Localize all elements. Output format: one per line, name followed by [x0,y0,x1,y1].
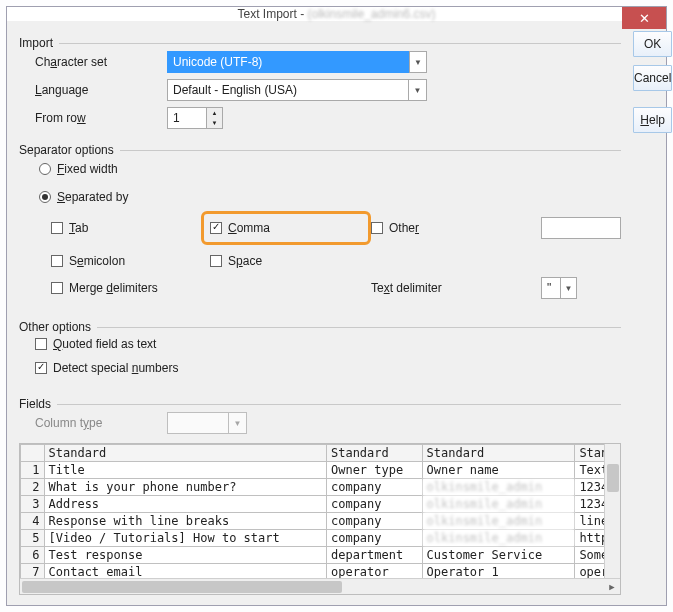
table-row[interactable]: 1TitleOwner typeOwner nameText [21,462,620,479]
table-cell: Customer Service [422,547,575,564]
spin-up-icon[interactable]: ▲ [207,108,222,118]
fieldset-separator: Separator options Fixed width Separated … [19,136,621,299]
checkbox-icon [51,222,63,234]
checkbox-icon [35,362,47,374]
table-cell: 1 [21,462,45,479]
check-merge[interactable]: Merge delimiters [51,278,371,298]
scroll-thumb[interactable] [607,464,619,492]
language-select[interactable]: Default - English (USA) ▼ [167,79,427,101]
col-header[interactable]: Standard [326,445,422,462]
highlight-comma: Comma [201,211,371,245]
table-cell: Response with line breaks [44,513,326,530]
table-cell: department [326,547,422,564]
preview-table: StandardStandardStandardStan1TitleOwner … [19,443,621,595]
legend-import: Import [19,36,59,50]
label-textdelim: Text delimiter [371,281,541,295]
chevron-down-icon: ▼ [228,413,246,433]
dialog-window: Text Import - (olkinsmile_admin6.csv) ✕ … [6,6,667,606]
charset-value: Unicode (UTF-8) [173,55,262,69]
check-semicolon[interactable]: Semicolon [51,251,201,271]
table-cell: Contact email [44,564,326,579]
scroll-thumb[interactable] [22,581,342,593]
data-table[interactable]: StandardStandardStandardStan1TitleOwner … [20,444,620,578]
table-row[interactable]: 2What is your phone number?companyolkins… [21,479,620,496]
table-cell: operator [326,564,422,579]
textdelim-select[interactable]: " ▼ [541,277,577,299]
radio-icon [39,163,51,175]
table-cell: Owner name [422,462,575,479]
ok-button[interactable]: OK [633,31,672,57]
table-cell: Test response [44,547,326,564]
fieldset-other: Other options Quoted field as text Detec… [19,313,621,380]
radio-icon [39,191,51,203]
checkbox-icon [35,338,47,350]
label-language: Language [35,83,167,97]
checkbox-icon [210,222,222,234]
spin-down-icon[interactable]: ▼ [207,118,222,128]
check-comma[interactable]: Comma [210,218,270,238]
check-tab[interactable]: Tab [51,218,201,238]
table-cell: olkinsmile_admin [422,513,575,530]
fromrow-value: 1 [173,111,180,125]
check-quoted[interactable]: Quoted field as text [35,334,156,354]
left-column: Import Character set Unicode (UTF-8) ▼ L… [19,29,621,599]
checkbox-icon [371,222,383,234]
charset-select[interactable]: Unicode (UTF-8) ▼ [167,51,427,73]
fieldset-import: Import Character set Unicode (UTF-8) ▼ L… [19,29,621,132]
dialog-body: Import Character set Unicode (UTF-8) ▼ L… [7,21,666,609]
table-cell: company [326,513,422,530]
close-button[interactable]: ✕ [622,7,666,29]
table-cell: company [326,479,422,496]
table-cell: olkinsmile_admin [422,479,575,496]
textdelim-value: " [547,281,551,295]
chevron-down-icon: ▼ [560,278,576,298]
col-header[interactable]: Standard [44,445,326,462]
table-cell: 6 [21,547,45,564]
table-cell: company [326,496,422,513]
check-detect[interactable]: Detect special numbers [35,358,178,378]
table-row[interactable]: 4Response with line breakscompanyolkinsm… [21,513,620,530]
checkbox-icon [210,255,222,267]
right-column: OK Cancel Help [633,29,672,599]
table-cell: Title [44,462,326,479]
table-row[interactable]: 3Addresscompanyolkinsmile_admin1234 [21,496,620,513]
table-cell: olkinsmile_admin [422,496,575,513]
col-header[interactable]: Standard [422,445,575,462]
table-row[interactable]: 7Contact emailoperatorOperator 1oper [21,564,620,579]
horizontal-scrollbar[interactable]: ◄ ► [20,578,620,594]
fromrow-spinner[interactable]: 1 ▲▼ [167,107,223,129]
legend-fields: Fields [19,397,57,411]
coltype-select[interactable]: ▼ [167,412,247,434]
help-button[interactable]: Help [633,107,672,133]
title-file: (olkinsmile_admin6.csv) [307,7,435,21]
table-cell: What is your phone number? [44,479,326,496]
checkbox-icon [51,282,63,294]
checkbox-icon [51,255,63,267]
table-cell: 4 [21,513,45,530]
chevron-down-icon: ▼ [408,80,426,100]
radio-fixed-width[interactable]: Fixed width [39,159,118,179]
scroll-right-icon[interactable]: ► [604,579,620,595]
table-cell: 7 [21,564,45,579]
col-header[interactable] [21,445,45,462]
table-cell: olkinsmile_admin [422,530,575,547]
table-row[interactable]: 5[Video / Tutorials] How to startcompany… [21,530,620,547]
check-space[interactable]: Space [201,251,371,271]
titlebar: Text Import - (olkinsmile_admin6.csv) ✕ [7,7,666,21]
table-row[interactable]: 6Test responsedepartmentCustomer Service… [21,547,620,564]
fieldset-fields: Fields Column type ▼ StandardStandardSta… [19,390,621,595]
legend-other: Other options [19,320,97,334]
window-title: Text Import - (olkinsmile_admin6.csv) [7,7,666,21]
vertical-scrollbar[interactable] [604,444,620,578]
chevron-down-icon: ▼ [409,51,427,73]
legend-separator: Separator options [19,143,120,157]
table-cell: 3 [21,496,45,513]
table-cell: Address [44,496,326,513]
radio-separated-by[interactable]: Separated by [39,187,128,207]
table-cell: Operator 1 [422,564,575,579]
language-value: Default - English (USA) [173,83,297,97]
check-other[interactable]: Other [371,218,541,238]
other-input[interactable] [541,217,621,239]
cancel-button[interactable]: Cancel [633,65,672,91]
label-fromrow: From row [35,111,167,125]
